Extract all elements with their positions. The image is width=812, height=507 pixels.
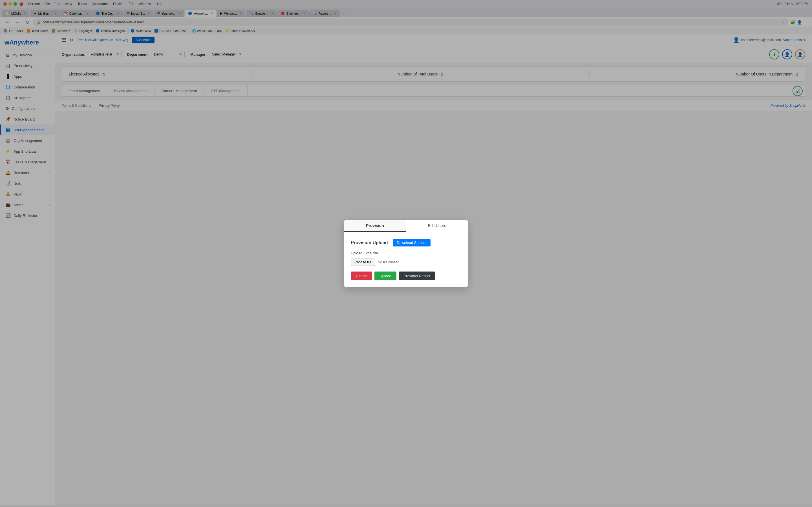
modal-actions: Cancel Upload Previous Report [351,272,461,280]
file-input-row: Choose file No file chosen [351,259,461,266]
no-file-text: No file chosen [378,260,399,264]
cancel-button[interactable]: Cancel [351,272,372,280]
previous-report-button[interactable]: Previous Report [399,272,435,280]
upload-button[interactable]: Upload [374,272,396,280]
modal-body: Provision Upload - Download Sample Uploa… [344,232,468,287]
modal-tab-edit-users[interactable]: Edit Users [406,220,468,232]
download-sample-button[interactable]: Download Sample [393,239,430,246]
choose-file-button[interactable]: Choose file [351,259,375,266]
modal-tabs: Provision Edit Users [344,220,468,232]
provision-title-text: Provision Upload - [351,240,391,245]
modal-tab-provision[interactable]: Provision [344,220,406,232]
provision-modal: Provision Edit Users Provision Upload - … [344,220,468,287]
upload-excel-label: Upload Excel file [351,251,461,255]
choose-file-label: Choose file [354,260,371,264]
provision-title: Provision Upload - Download Sample [351,239,461,246]
modal-overlay: Provision Edit Users Provision Upload - … [0,0,812,505]
